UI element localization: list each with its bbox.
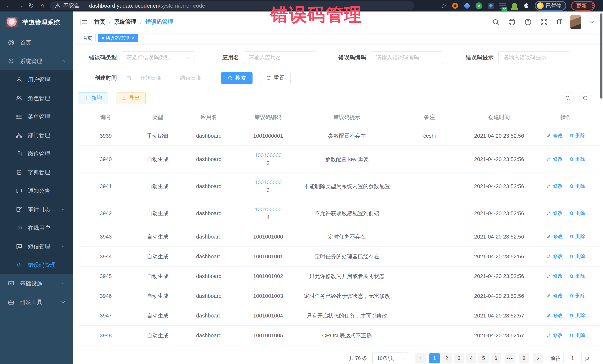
sidebar-item-sms[interactable]: 短信管理 <box>0 237 73 256</box>
font-size-icon[interactable]: tT <box>556 18 562 26</box>
edit-link[interactable]: 修改 <box>547 253 563 260</box>
export-button[interactable]: 导出 <box>116 92 146 104</box>
app-logo-row[interactable]: 芋道管理系统 <box>0 11 73 33</box>
sidebar-item-home[interactable]: 首页 <box>0 33 73 52</box>
date-range-picker[interactable]: 开始日期 - 结束日期 <box>122 72 212 84</box>
page-button-last[interactable]: 8 <box>519 353 529 364</box>
error-type-select[interactable]: 请选择错误码类型 <box>122 51 195 64</box>
delete-link[interactable]: 删除 <box>569 155 585 163</box>
cell-remark <box>393 266 466 286</box>
sidebar-item-infrastructure[interactable]: 基础设施 <box>0 274 73 293</box>
sidebar-item-online-users[interactable]: 在线用户 <box>0 219 73 237</box>
search-button[interactable]: 搜索 <box>221 72 253 84</box>
edit-link[interactable]: 修改 <box>547 155 563 163</box>
add-button[interactable]: 新增 <box>78 92 108 104</box>
reset-button[interactable]: 重置 <box>260 72 290 84</box>
browser-menu-icon[interactable]: ⋮ <box>590 2 596 10</box>
more-pages-button[interactable]: ••• <box>505 353 515 364</box>
calendar-icon <box>126 75 132 81</box>
home-icon[interactable]: ⌂ <box>37 1 47 11</box>
delete-link[interactable]: 删除 <box>569 182 585 190</box>
edit-link[interactable]: 修改 <box>547 292 563 300</box>
bookmark-star-icon[interactable]: ☆ <box>441 2 447 10</box>
page-size-select[interactable]: 10条/页 <box>372 353 409 364</box>
page-button-2[interactable]: 2 <box>441 353 452 364</box>
delete-link[interactable]: 删除 <box>569 311 585 319</box>
extension-spy-icon[interactable] <box>511 2 518 9</box>
refresh-table-button[interactable] <box>579 92 591 104</box>
edit-link[interactable]: 修改 <box>547 232 563 240</box>
sidebar-item-system[interactable]: 系统管理 <box>0 52 73 70</box>
hamburger-icon[interactable] <box>80 18 87 26</box>
breadcrumb-system[interactable]: 系统管理 <box>114 18 136 26</box>
tab-error-code[interactable]: 错误码管理 × <box>98 34 138 42</box>
edit-link[interactable]: 修改 <box>547 272 563 280</box>
paused-extension-badge[interactable]: 已暂停 <box>535 1 566 11</box>
sidebar-item-announcements[interactable]: 通知公告 <box>0 182 73 200</box>
security-label[interactable]: 不安全 <box>63 2 80 10</box>
cell-code: 1001000001 <box>236 126 301 146</box>
extensions-puzzle-icon[interactable] <box>523 2 530 9</box>
sidebar-item-menus[interactable]: 菜单管理 <box>0 108 73 126</box>
reload-icon[interactable]: ↻ <box>26 1 36 11</box>
forward-icon[interactable]: → <box>15 1 25 11</box>
extension-grid-icon[interactable] <box>487 2 494 9</box>
trash-icon <box>569 293 574 298</box>
delete-link[interactable]: 删除 <box>569 232 585 240</box>
chevron-down-icon[interactable] <box>590 20 594 24</box>
page-button-3[interactable]: 3 <box>454 353 464 364</box>
extension-donut-icon[interactable] <box>452 2 459 9</box>
error-code-input[interactable] <box>371 51 443 64</box>
edit-icon <box>547 157 551 161</box>
help-icon[interactable] <box>524 18 532 26</box>
url-text[interactable]: dashboard.yudao.iocoder.cn/system/error-… <box>89 3 205 9</box>
tools-icon <box>8 299 14 305</box>
goto-page-input[interactable] <box>564 353 582 364</box>
sidebar-item-dev-tools[interactable]: 研发工具 <box>0 293 73 311</box>
delete-link[interactable]: 删除 <box>569 331 585 339</box>
page-button-1[interactable]: 1 <box>429 353 440 364</box>
edit-link[interactable]: 修改 <box>547 182 563 190</box>
github-icon[interactable] <box>508 18 516 26</box>
sidebar-item-departments[interactable]: 部门管理 <box>0 126 73 144</box>
scrollbar-thumb[interactable] <box>600 13 603 99</box>
delete-link[interactable]: 删除 <box>569 253 585 260</box>
cell-id: 3942 <box>78 200 133 227</box>
search-icon[interactable] <box>492 18 499 26</box>
fullscreen-icon[interactable] <box>540 18 548 26</box>
edit-link[interactable]: 修改 <box>547 331 563 339</box>
extension-gem-icon[interactable] <box>464 2 471 9</box>
breadcrumb-home[interactable]: 首页 <box>94 18 105 26</box>
page-button-4[interactable]: 4 <box>466 353 476 364</box>
sidebar-item-roles[interactable]: 角色管理 <box>0 89 73 108</box>
page-button-6[interactable]: 6 <box>491 353 501 364</box>
extension-green-icon[interactable]: v <box>475 2 482 9</box>
page-button-5[interactable]: 5 <box>478 353 489 364</box>
tab-home[interactable]: 首页 <box>79 34 95 42</box>
back-icon[interactable]: ← <box>4 1 14 11</box>
sidebar-item-posts[interactable]: 岗位管理 <box>0 144 73 163</box>
delete-link[interactable]: 删除 <box>569 272 585 280</box>
sidebar-item-users[interactable]: 用户管理 <box>0 70 73 89</box>
prev-page-button[interactable] <box>415 353 426 364</box>
delete-link[interactable]: 删除 <box>569 132 585 140</box>
delete-link[interactable]: 删除 <box>569 209 585 217</box>
app-name-input[interactable] <box>244 51 316 64</box>
edit-link[interactable]: 修改 <box>547 209 563 217</box>
extension-list-on-icon[interactable]: on <box>499 2 506 9</box>
sidebar-item-dictionary[interactable]: 字典管理 <box>0 163 73 182</box>
sidebar-item-error-code[interactable]: 错误码管理 <box>0 256 73 274</box>
cell-time: 2021-04-20 23:52:56 <box>466 126 533 146</box>
show-search-toggle-button[interactable] <box>562 92 574 104</box>
delete-link[interactable]: 删除 <box>569 292 585 300</box>
sidebar-item-audit-log[interactable]: 审计日志 <box>0 200 73 219</box>
edit-link[interactable]: 修改 <box>547 311 563 319</box>
edit-link[interactable]: 修改 <box>547 132 563 140</box>
next-page-button[interactable] <box>533 353 543 364</box>
sidebar-submenu-system: 用户管理 角色管理 菜单管理 部门管理 <box>0 70 73 274</box>
close-icon[interactable]: × <box>132 36 134 41</box>
address-bar[interactable]: 不安全 dashboard.yudao.iocoder.cn/system/er… <box>50 1 414 10</box>
avatar[interactable] <box>570 15 581 29</box>
error-msg-input[interactable] <box>498 51 570 64</box>
trash-icon <box>569 133 574 138</box>
